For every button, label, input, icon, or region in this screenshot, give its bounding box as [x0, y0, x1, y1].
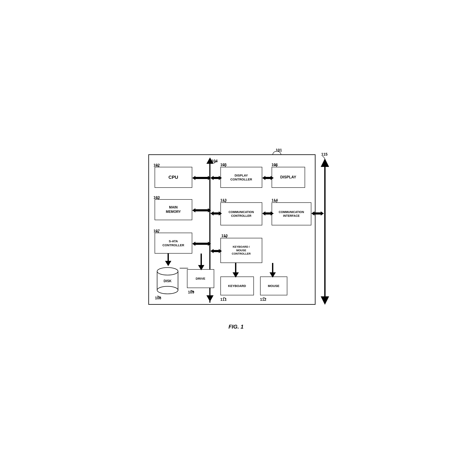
svg-rect-15: [235, 263, 236, 273]
svg-marker-6: [262, 176, 274, 180]
svg-rect-17: [272, 263, 273, 273]
disk-shape: DISK: [155, 265, 180, 294]
figure-label: FIG. 1: [228, 323, 244, 330]
svg-marker-14: [233, 272, 239, 278]
svg-text:DISK: DISK: [163, 279, 172, 283]
display-box: DISPLAY: [272, 167, 305, 188]
svg-point-19: [157, 268, 178, 275]
diagram-wrapper: 101 115 CPU 102 MAINMEMORY 103 S-ATACONT…: [142, 146, 330, 330]
main-memory-box: MAINMEMORY: [155, 199, 192, 220]
diagram-container: 101 115 CPU 102 MAINMEMORY 103 S-ATACONT…: [142, 146, 330, 317]
svg-marker-11: [321, 296, 329, 305]
keyboard-box: KEYBOARD: [220, 276, 254, 295]
svg-marker-10: [321, 158, 329, 167]
drive-box: DRIVE: [187, 269, 214, 288]
sata-controller-box: S-ATACONTROLLER: [155, 233, 192, 254]
mouse-box: MOUSE: [260, 276, 287, 295]
svg-point-20: [157, 286, 178, 294]
svg-marker-1: [207, 295, 213, 302]
svg-marker-22: [165, 261, 171, 266]
svg-marker-4: [192, 242, 211, 246]
svg-rect-12: [324, 166, 326, 296]
svg-marker-16: [270, 272, 276, 278]
svg-marker-2: [192, 176, 211, 180]
svg-marker-13: [210, 249, 222, 253]
svg-marker-8: [262, 211, 274, 216]
svg-marker-24: [198, 265, 204, 270]
svg-marker-7: [210, 211, 222, 216]
keyboard-mouse-ctrl-box: KEYBOARD /MOUSECONTROLLER: [220, 238, 262, 263]
display-controller-box: DISPLAYCONTROLLER: [220, 167, 262, 188]
cpu-box: CPU: [155, 167, 192, 188]
svg-marker-5: [210, 176, 222, 180]
svg-rect-25: [201, 254, 202, 266]
svg-marker-3: [192, 208, 211, 212]
comm-interface-box: COMMUNICATIONINTERFACE: [272, 202, 311, 225]
comm-controller-box: COMMUNICATIONCONTROLLER: [220, 202, 262, 225]
svg-rect-23: [168, 254, 169, 261]
